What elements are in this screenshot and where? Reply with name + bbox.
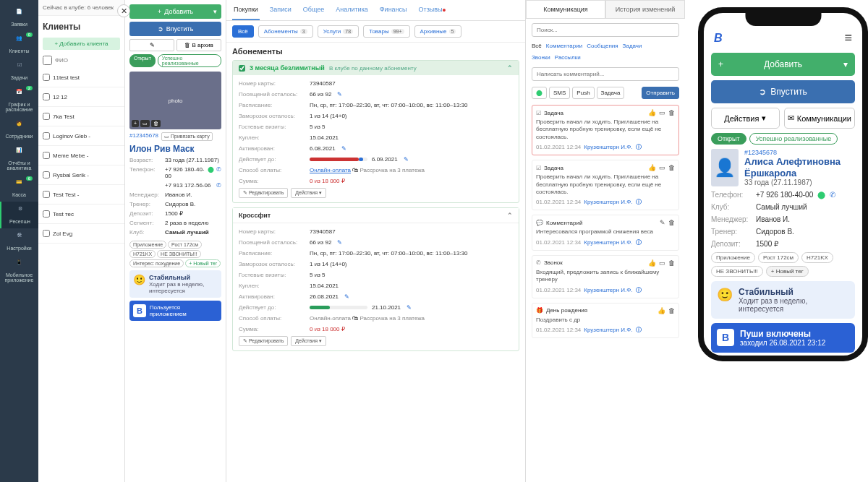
filter-calls[interactable]: Звонки bbox=[532, 53, 550, 62]
pill-all[interactable]: Всё bbox=[232, 25, 254, 38]
comment-input[interactable] bbox=[532, 67, 679, 81]
phone-icon[interactable]: ✆ bbox=[216, 182, 221, 189]
nav-cash[interactable]: 💳Касса6 bbox=[0, 175, 38, 202]
tag[interactable]: Приложение bbox=[129, 241, 166, 249]
sms-option[interactable]: SMS bbox=[549, 87, 570, 99]
filter-mailings[interactable]: Рассылки bbox=[555, 53, 581, 62]
nav-tasks[interactable]: ☑Задачи bbox=[0, 58, 38, 85]
select-all-checkbox[interactable] bbox=[43, 56, 52, 65]
client-filter-header: ФИО bbox=[38, 53, 124, 68]
list-item[interactable]: Loginov Gleb - bbox=[38, 126, 124, 146]
menu-icon[interactable]: ≡ bbox=[844, 30, 852, 46]
edit-icon[interactable]: ✎ bbox=[404, 156, 409, 163]
tab-finance[interactable]: Финансы bbox=[378, 0, 409, 20]
tab-purchases[interactable]: Покупки bbox=[232, 0, 260, 20]
list-item[interactable]: 7ka Test bbox=[38, 107, 124, 126]
list-item[interactable]: Meme Mebe - bbox=[38, 146, 124, 165]
list-item[interactable]: Test Test - bbox=[38, 185, 124, 205]
phone-add-button[interactable]: +Добавить▾ bbox=[711, 53, 855, 76]
add-tag-button[interactable]: + Новый тег bbox=[766, 266, 809, 277]
add-tag-button[interactable]: + Новый тег bbox=[185, 259, 221, 267]
tab-communication[interactable]: Коммуникация bbox=[526, 0, 605, 18]
whatsapp-icon[interactable]: ⬤ bbox=[208, 166, 214, 179]
filter-tasks[interactable]: Задачи bbox=[623, 41, 642, 51]
tab-analytics[interactable]: Аналитика bbox=[334, 0, 370, 20]
photo-card-icon[interactable]: ▭ bbox=[140, 120, 150, 127]
pill-archive[interactable]: Архивные5 bbox=[414, 25, 462, 38]
list-item[interactable]: 11test test bbox=[38, 68, 124, 87]
tab-history[interactable]: История изменений bbox=[605, 0, 685, 18]
send-button[interactable]: Отправить bbox=[642, 87, 679, 99]
add-button[interactable]: +Добавить▾ bbox=[129, 4, 221, 19]
nav-reception[interactable]: ⚙Ресепшн bbox=[0, 202, 38, 228]
list-item[interactable]: 12 12 bbox=[38, 87, 124, 107]
archive-button[interactable]: 🗑 В архив bbox=[176, 39, 221, 51]
pill-services[interactable]: Услуги78 bbox=[318, 25, 359, 38]
task-option[interactable]: Задача bbox=[597, 87, 625, 99]
pill-goods[interactable]: Товары99+ bbox=[363, 25, 409, 38]
edit-icon[interactable]: ✎ bbox=[344, 293, 349, 300]
edit-button[interactable]: ✎ bbox=[129, 39, 174, 51]
push-option[interactable]: Push bbox=[572, 87, 594, 99]
whatsapp-option[interactable]: ⬤ bbox=[532, 87, 547, 99]
nav-mobile[interactable]: 📱Мобильное приложение bbox=[0, 255, 38, 287]
sub-actions-button[interactable]: Действия ▾ bbox=[291, 188, 326, 198]
list-item[interactable]: Test тес bbox=[38, 205, 124, 224]
phone-icon[interactable]: ✆ bbox=[216, 166, 221, 179]
phone-actions-button[interactable]: Действия ▾ bbox=[711, 108, 780, 129]
help-icon[interactable]: ⓘ bbox=[636, 143, 642, 151]
edit-icon[interactable]: ✎ bbox=[341, 145, 346, 152]
edit-icon[interactable]: ✎ bbox=[337, 239, 342, 246]
tab-reviews[interactable]: Отзывы• bbox=[417, 0, 448, 20]
tag[interactable]: H721KX bbox=[801, 252, 833, 263]
tag[interactable]: Приложение bbox=[711, 252, 755, 263]
bind-card-button[interactable]: ▭ Привязать карту bbox=[161, 132, 213, 141]
whatsapp-icon[interactable]: ⬤ bbox=[817, 191, 825, 199]
list-item[interactable]: Rysbal Serik - bbox=[38, 165, 124, 185]
delete-icon[interactable]: 🗑 bbox=[668, 219, 675, 226]
nav-staff[interactable]: 🧑Сотрудники bbox=[0, 116, 38, 143]
tab-general[interactable]: Общее bbox=[302, 0, 326, 20]
nav-reports[interactable]: 📊Отчёты и аналитика bbox=[0, 143, 38, 175]
tag[interactable]: Рост 172см bbox=[168, 241, 202, 249]
filter-all[interactable]: Всё bbox=[532, 41, 542, 51]
list-item[interactable]: Zol Evg bbox=[38, 224, 124, 244]
clients-title: Клиенты bbox=[38, 16, 124, 35]
sub-checkbox[interactable] bbox=[239, 65, 245, 72]
admit-button[interactable]: ➲Впустить bbox=[129, 22, 221, 36]
phone-icon[interactable]: ✆ bbox=[830, 191, 835, 199]
chevron-up-icon: ⌃ bbox=[507, 64, 513, 72]
edit-icon[interactable]: ✎ bbox=[660, 219, 665, 226]
pill-subs[interactable]: Абонементы3 bbox=[258, 25, 313, 38]
thumb-up-icon[interactable]: 👍 bbox=[648, 109, 656, 116]
subscription-header[interactable]: Кроссфит ⌃ bbox=[233, 208, 519, 223]
delete-icon[interactable]: 🗑 bbox=[668, 109, 675, 116]
tab-records[interactable]: Записи bbox=[268, 0, 293, 20]
nav-settings[interactable]: 🛠Настройки bbox=[0, 228, 38, 255]
filter-comments[interactable]: Комментарии bbox=[546, 41, 582, 51]
nav-clients[interactable]: 👥Клиенты0 bbox=[0, 31, 38, 58]
subscription-header[interactable]: 3 месяца безлимитный В клубе по данному … bbox=[233, 61, 519, 75]
sub-actions-button[interactable]: Действия ▾ bbox=[291, 336, 326, 346]
tag[interactable]: Рост 172см bbox=[758, 252, 799, 263]
filter-messages[interactable]: Сообщения bbox=[587, 41, 618, 51]
nav-requests[interactable]: 📄Заявки bbox=[0, 4, 38, 31]
tag[interactable]: H721KX bbox=[129, 250, 156, 258]
tag[interactable]: НЕ ЗВОНИТЬ!!! bbox=[711, 266, 763, 277]
tag[interactable]: Интерес: похудение bbox=[129, 259, 184, 267]
phone-admit-button[interactable]: ➲Впустить bbox=[711, 80, 855, 103]
add-client-button[interactable]: + Добавить клиента bbox=[43, 38, 120, 50]
tag[interactable]: НЕ ЗВОНИТЬ!!! bbox=[157, 250, 201, 258]
edit-sub-button[interactable]: ✎ Редактировать bbox=[239, 336, 288, 346]
calendar-icon[interactable]: ▭ bbox=[659, 109, 665, 116]
photo-del-icon[interactable]: 🗑 bbox=[151, 120, 161, 127]
edit-icon[interactable]: ✎ bbox=[337, 91, 342, 98]
edit-sub-button[interactable]: ✎ Редактировать bbox=[239, 188, 288, 198]
phone-comm-button[interactable]: ✉Коммуникации bbox=[784, 108, 855, 129]
edit-icon[interactable]: ✎ bbox=[407, 304, 412, 311]
close-icon[interactable]: ✕ bbox=[117, 4, 130, 17]
nav-schedule[interactable]: 📅График и расписание2 bbox=[0, 85, 38, 116]
chevron-down-icon: ▾ bbox=[843, 59, 848, 69]
photo-add-icon[interactable]: + bbox=[132, 120, 139, 127]
search-input[interactable] bbox=[532, 23, 679, 37]
